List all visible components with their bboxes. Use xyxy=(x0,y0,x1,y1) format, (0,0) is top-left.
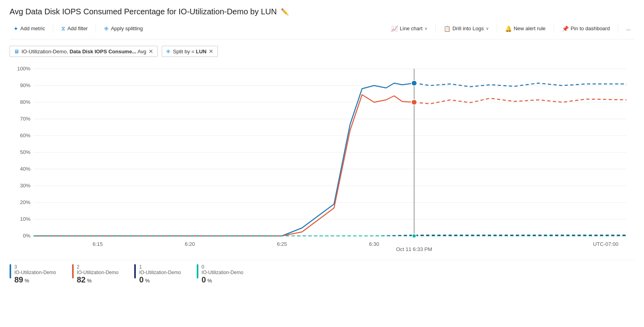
line-chart-button[interactable]: 📈 Line chart ∨ xyxy=(387,23,431,34)
vm-icon: 🖥 xyxy=(14,49,19,54)
svg-text:6:15: 6:15 xyxy=(93,241,103,247)
chip-metric-suffix: Avg xyxy=(136,49,146,54)
legend-name-0: IO-Utilization-Demo xyxy=(202,270,243,275)
chip-metric-prefix: IO-Utilization-Demo, xyxy=(22,49,70,54)
metric-chip-close[interactable]: ✕ xyxy=(149,48,153,54)
chip-split-prefix: Split by = xyxy=(173,49,196,54)
edit-icon[interactable]: ✏️ xyxy=(281,8,289,16)
legend-id-0: 0 xyxy=(202,264,243,270)
line-chart-icon: 📈 xyxy=(391,25,398,32)
legend-unit-0: % xyxy=(206,278,212,284)
legend-item-2: 2 IO-Utilization-Demo 82 % xyxy=(72,264,119,284)
split-icon: ⁜ xyxy=(166,49,170,54)
legend-color-2 xyxy=(72,264,74,278)
svg-text:10%: 10% xyxy=(20,216,31,222)
svg-text:30%: 30% xyxy=(20,183,31,189)
chart-container: .axis-label { font-family: 'Segoe UI', A… xyxy=(10,65,634,256)
page-title: Avg Data Disk IOPS Consumed Percentage f… xyxy=(10,7,277,16)
legend-unit-1: % xyxy=(144,278,150,284)
add-metric-label: Add metric xyxy=(20,25,45,31)
svg-text:80%: 80% xyxy=(20,99,31,105)
legend-item-1: 1 IO-Utilization-Demo 0 % xyxy=(134,264,181,284)
metric-chip[interactable]: 🖥 IO-Utilization-Demo, Data Disk IOPS Co… xyxy=(10,46,158,57)
legend-color-0 xyxy=(197,264,198,278)
new-alert-rule-icon: 🔔 xyxy=(505,25,512,32)
legend-item-3: 3 IO-Utilization-Demo 89 % xyxy=(10,264,56,284)
svg-text:20%: 20% xyxy=(20,199,31,205)
svg-text:6:20: 6:20 xyxy=(185,241,195,247)
toolbar-divider-3 xyxy=(435,25,436,33)
drill-into-logs-chevron: ∨ xyxy=(486,26,489,31)
add-metric-button[interactable]: ✦ Add metric xyxy=(10,23,49,34)
page-container: Avg Data Disk IOPS Consumed Percentage f… xyxy=(0,0,644,327)
chip-metric-text: IO-Utilization-Demo, Data Disk IOPS Cons… xyxy=(22,49,146,54)
new-alert-rule-label: New alert rule xyxy=(514,25,546,31)
legend-value-1: 0 xyxy=(139,275,143,284)
svg-text:50%: 50% xyxy=(20,149,31,155)
svg-text:40%: 40% xyxy=(20,166,31,172)
svg-point-30 xyxy=(411,99,417,105)
svg-text:0%: 0% xyxy=(23,233,30,239)
svg-text:Oct 11 6:33 PM: Oct 11 6:33 PM xyxy=(396,246,432,252)
apply-splitting-label: Apply splitting xyxy=(111,25,143,31)
add-metric-icon: ✦ xyxy=(14,25,18,32)
legend-id-1: 1 xyxy=(139,264,181,270)
chip-split-text: Split by = LUN xyxy=(173,49,206,54)
apply-splitting-button[interactable]: ⁜ Apply splitting xyxy=(100,23,147,34)
line-chart-chevron: ∨ xyxy=(425,26,427,31)
toolbar-right: 📈 Line chart ∨ 📋 Drill into Logs ∨ 🔔 New… xyxy=(387,23,634,34)
apply-splitting-icon: ⁜ xyxy=(104,25,109,32)
toolbar-divider-4 xyxy=(497,25,497,33)
legend-item-0: 0 IO-Utilization-Demo 0 % xyxy=(197,264,243,284)
svg-text:70%: 70% xyxy=(20,116,31,122)
new-alert-rule-button[interactable]: 🔔 New alert rule xyxy=(501,23,550,34)
svg-point-31 xyxy=(412,234,416,238)
svg-text:100%: 100% xyxy=(17,66,31,72)
chart-svg: .axis-label { font-family: 'Segoe UI', A… xyxy=(10,65,634,256)
svg-text:60%: 60% xyxy=(20,132,31,138)
chip-metric-bold: Data Disk IOPS Consume... xyxy=(70,49,137,54)
pin-to-dashboard-icon: 📌 xyxy=(562,25,569,32)
pin-to-dashboard-button[interactable]: 📌 Pin to dashboard xyxy=(558,23,614,34)
legend-id-2: 2 xyxy=(77,264,119,270)
split-chip[interactable]: ⁜ Split by = LUN ✕ xyxy=(162,46,218,57)
toolbar-divider-1 xyxy=(53,25,53,33)
line-chart-label: Line chart xyxy=(400,25,423,31)
add-filter-icon: ⧖ xyxy=(61,25,65,32)
legend-id-3: 3 xyxy=(14,264,56,270)
legend-value-3: 89 xyxy=(14,275,23,284)
toolbar-divider-6 xyxy=(618,25,618,33)
svg-text:UTC-07:00: UTC-07:00 xyxy=(593,241,619,247)
svg-text:90%: 90% xyxy=(20,82,31,88)
legend-value-0: 0 xyxy=(202,275,206,284)
legend-unit-2: % xyxy=(86,278,92,284)
svg-text:6:30: 6:30 xyxy=(369,241,379,247)
svg-text:6:25: 6:25 xyxy=(277,241,287,247)
toolbar-divider-5 xyxy=(554,25,554,33)
drill-into-logs-button[interactable]: 📋 Drill into Logs ∨ xyxy=(440,23,493,34)
legend-color-1 xyxy=(134,264,136,278)
filter-row: 🖥 IO-Utilization-Demo, Data Disk IOPS Co… xyxy=(10,46,634,57)
legend-name-2: IO-Utilization-Demo xyxy=(77,270,119,275)
svg-point-29 xyxy=(411,80,417,86)
toolbar-divider-2 xyxy=(96,25,96,33)
legend-value-2: 82 xyxy=(77,275,86,284)
split-chip-close[interactable]: ✕ xyxy=(209,48,213,54)
drill-into-logs-label: Drill into Logs xyxy=(452,25,484,31)
legend: 3 IO-Utilization-Demo 89 % 2 IO-Utilizat… xyxy=(10,260,634,284)
legend-name-3: IO-Utilization-Demo xyxy=(14,270,56,275)
toolbar: ✦ Add metric ⧖ Add filter ⁜ Apply splitt… xyxy=(10,23,634,39)
drill-into-logs-icon: 📋 xyxy=(444,25,450,32)
more-button[interactable]: ... xyxy=(622,23,634,34)
legend-color-3 xyxy=(10,264,11,278)
legend-unit-3: % xyxy=(23,278,29,284)
add-filter-button[interactable]: ⧖ Add filter xyxy=(57,23,92,34)
legend-name-1: IO-Utilization-Demo xyxy=(139,270,181,275)
title-row: Avg Data Disk IOPS Consumed Percentage f… xyxy=(10,7,634,16)
more-label: ... xyxy=(626,25,630,31)
pin-to-dashboard-label: Pin to dashboard xyxy=(571,25,610,31)
add-filter-label: Add filter xyxy=(67,25,88,31)
chip-split-bold: LUN xyxy=(196,49,207,54)
